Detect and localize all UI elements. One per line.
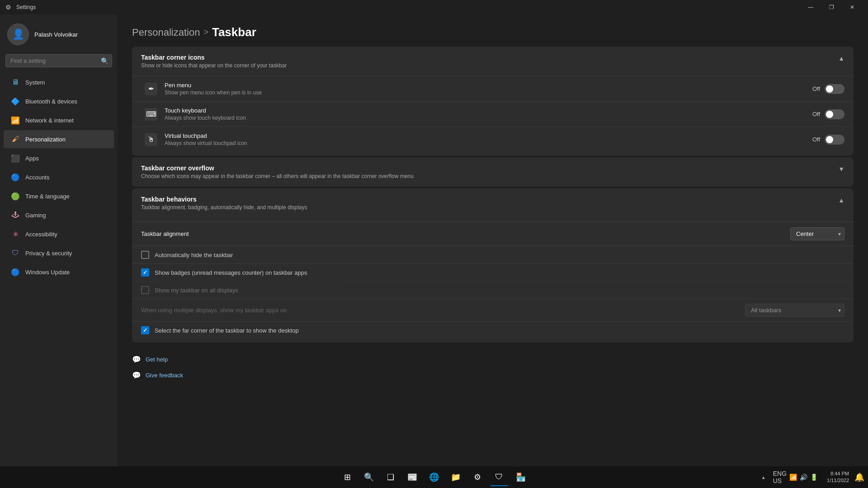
content-scroll: Taskbar corner icons Show or hide icons … — [118, 47, 868, 466]
all-displays-label: Show my taskbar on all displays — [155, 287, 238, 294]
behaviors-chevron: ▲ — [838, 197, 844, 204]
badges-checkbox[interactable] — [141, 268, 149, 277]
virtual-touchpad-name: Virtual touchpad — [165, 132, 247, 139]
sidebar-item-label-personalization: Personalization — [25, 136, 66, 143]
give-feedback-label: Give feedback — [146, 372, 183, 379]
sidebar-item-accounts[interactable]: 🔵 Accounts — [4, 168, 114, 186]
sidebar-item-time[interactable]: 🟢 Time & language — [4, 187, 114, 205]
multi-display-select[interactable]: All taskbars Main taskbar only Taskbar w… — [745, 304, 844, 317]
touch-keyboard-desc: Always show touch keyboard icon — [165, 115, 246, 121]
touch-keyboard-toggle[interactable] — [825, 109, 844, 119]
alignment-select[interactable]: Center Left — [790, 227, 844, 240]
sidebar-item-label-privacy: Privacy & security — [25, 250, 72, 257]
privacy-icon: 🛡 — [11, 249, 20, 258]
sidebar-item-label-network: Network & internet — [25, 117, 74, 124]
multi-display-row: When using multiple displays, show my ta… — [132, 299, 854, 321]
user-name: Palash Volvoikar — [34, 31, 78, 38]
search-button[interactable]: 🔍 — [101, 57, 108, 65]
give-feedback-icon: 💬 — [132, 371, 141, 380]
section-behaviors: Taskbar behaviors Taskbar alignment, bad… — [132, 188, 854, 343]
corner-icons-chevron: ▲ — [838, 55, 844, 62]
far-corner-checkbox[interactable] — [141, 326, 149, 334]
auto-hide-label: Automatically hide the taskbar — [155, 252, 233, 258]
clock-date: 1/11/2022 — [827, 477, 849, 484]
titlebar-controls: — ❐ ✕ — [800, 0, 863, 14]
defender-icon[interactable]: 🛡 — [490, 468, 508, 486]
sidebar-item-label-time: Time & language — [25, 193, 70, 200]
sidebar-item-personalization[interactable]: 🖌 Personalization — [4, 130, 114, 148]
volume-icon[interactable]: 🔊 — [800, 474, 807, 481]
accounts-icon: 🔵 — [11, 173, 20, 182]
settings-taskbar-icon[interactable]: ⚙ — [468, 468, 486, 486]
edge-browser[interactable]: 🌐 — [425, 468, 443, 486]
system-icon: 🖥 — [11, 78, 20, 87]
update-icon: 🔵 — [11, 267, 20, 277]
sidebar-item-privacy[interactable]: 🛡 Privacy & security — [4, 244, 114, 262]
all-displays-checkbox[interactable] — [141, 286, 149, 294]
auto-hide-checkbox[interactable] — [141, 251, 149, 259]
taskbar-search[interactable]: 🔍 — [360, 468, 378, 486]
minimize-button[interactable]: — — [800, 0, 821, 14]
sidebar-item-bluetooth[interactable]: 🔷 Bluetooth & devices — [4, 92, 114, 110]
badges-row: Show badges (unread messages counter) on… — [132, 263, 854, 281]
personalization-icon: 🖌 — [11, 135, 20, 144]
breadcrumb-separator: > — [203, 28, 208, 37]
section-corner-icons-header[interactable]: Taskbar corner icons Show or hide icons … — [132, 47, 854, 76]
notification-button[interactable]: 🔔 — [854, 472, 864, 482]
sidebar-item-label-bluetooth: Bluetooth & devices — [25, 98, 77, 105]
virtual-touchpad-toggle[interactable] — [825, 135, 844, 145]
app-body: 👤 Palash Volvoikar 🔍 🖥 System 🔷 Bluetoot… — [0, 14, 868, 466]
section-corner-overflow-header[interactable]: Taskbar corner overflow Choose which ico… — [132, 157, 854, 187]
far-corner-row: Select the far corner of the taskbar to … — [132, 321, 854, 339]
behaviors-body: Taskbar alignment Center Left ▾ Automati — [132, 218, 854, 343]
taskbar-right: ▲ ENGUS 📶 🔊 🔋 8:44 PM 1/11/2022 🔔 — [760, 470, 864, 484]
get-help-link[interactable]: 💬 Get help — [132, 352, 854, 367]
behaviors-subtitle: Taskbar alignment, badging, automaticall… — [141, 204, 307, 211]
section-behaviors-header[interactable]: Taskbar behaviors Taskbar alignment, bad… — [132, 188, 854, 218]
get-help-icon: 💬 — [132, 355, 141, 364]
breadcrumb-parent: Personalization — [132, 27, 200, 38]
tray-expand-button[interactable]: ▲ — [760, 473, 768, 482]
file-explorer[interactable]: 📁 — [447, 468, 465, 486]
sidebar-item-accessibility[interactable]: ✳ Accessibility — [4, 225, 114, 243]
close-button[interactable]: ✕ — [842, 0, 863, 14]
sidebar-item-label-apps: Apps — [25, 155, 39, 162]
clock[interactable]: 8:44 PM 1/11/2022 — [823, 470, 853, 484]
taskbar-center: ⊞ 🔍 ❑ 📰 🌐 📁 ⚙ 🛡 🏪 — [338, 468, 530, 486]
sidebar-item-update[interactable]: 🔵 Windows Update — [4, 263, 114, 281]
touch-keyboard-icon: ⌨ — [145, 108, 157, 121]
sidebar-item-network[interactable]: 📶 Network & internet — [4, 111, 114, 129]
virtual-touchpad-row: 🖱 Virtual touchpad Always show virtual t… — [132, 127, 854, 152]
titlebar-title: Settings — [16, 4, 36, 10]
touch-keyboard-row: ⌨ Touch keyboard Always show touch keybo… — [132, 101, 854, 127]
task-view-button[interactable]: ❑ — [382, 468, 400, 486]
alignment-row: Taskbar alignment Center Left ▾ — [132, 221, 854, 246]
behaviors-title: Taskbar behaviors — [141, 196, 307, 203]
sidebar-item-gaming[interactable]: 🕹 Gaming — [4, 206, 114, 224]
sidebar-item-label-accessibility: Accessibility — [25, 231, 57, 238]
pen-menu-toggle[interactable] — [825, 84, 844, 94]
breadcrumb-current: Taskbar — [212, 25, 256, 39]
system-tray: ENGUS 📶 🔊 🔋 — [769, 470, 821, 484]
pen-menu-toggle-label: Off — [812, 85, 820, 92]
corner-overflow-chevron: ▼ — [838, 165, 844, 173]
sidebar: 👤 Palash Volvoikar 🔍 🖥 System 🔷 Bluetoot… — [0, 14, 118, 466]
pen-menu-row: ✒ Pen menu Show pen menu icon when pen i… — [132, 76, 854, 101]
search-input[interactable] — [5, 54, 112, 67]
widgets-button[interactable]: 📰 — [403, 468, 421, 486]
content-area: Personalization > Taskbar Taskbar corner… — [118, 14, 868, 466]
give-feedback-link[interactable]: 💬 Give feedback — [132, 367, 854, 383]
start-button[interactable]: ⊞ — [338, 468, 356, 486]
wifi-icon[interactable]: 📶 — [789, 474, 797, 481]
pen-menu-name: Pen menu — [165, 82, 262, 89]
bluetooth-icon: 🔷 — [11, 97, 20, 106]
alignment-label: Taskbar alignment — [141, 230, 189, 237]
sidebar-item-system[interactable]: 🖥 System — [4, 73, 114, 91]
accessibility-icon: ✳ — [11, 230, 20, 239]
msstore-icon[interactable]: 🏪 — [512, 468, 530, 486]
badges-label: Show badges (unread messages counter) on… — [155, 269, 307, 276]
sidebar-item-apps[interactable]: ⬛ Apps — [4, 149, 114, 167]
virtual-touchpad-toggle-label: Off — [812, 136, 820, 143]
user-section: 👤 Palash Volvoikar — [0, 14, 118, 52]
restore-button[interactable]: ❐ — [821, 0, 842, 14]
